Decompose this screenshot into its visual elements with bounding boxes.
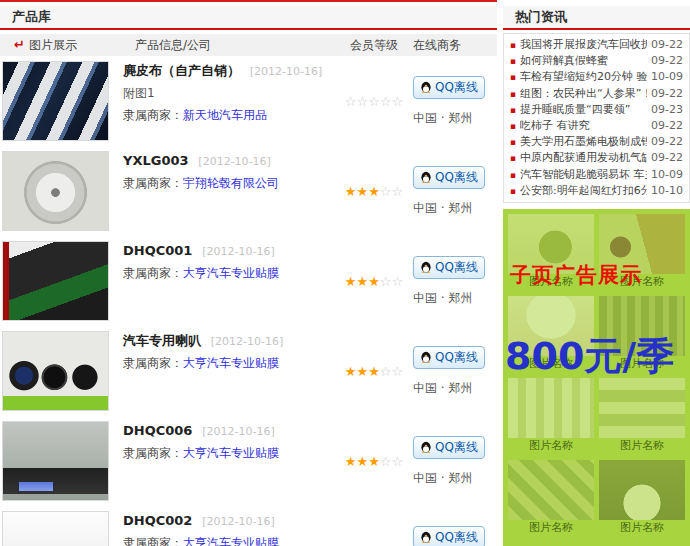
vendor-link[interactable]: 大亨汽车专业贴膜	[183, 536, 279, 546]
bullet-icon: ▪	[510, 167, 516, 183]
qq-status-label: QQ离线	[435, 259, 478, 276]
product-thumbnail[interactable]	[2, 241, 109, 321]
star-filled-icon: ★	[345, 364, 357, 379]
product-thumbnail[interactable]	[2, 331, 109, 411]
vendor-link[interactable]: 新天地汽车用品	[183, 108, 267, 122]
ad-slot[interactable]: 图片名称	[508, 460, 594, 535]
news-item[interactable]: ▪ 车检有望缩短约20分钟 验车将 10-09	[510, 69, 683, 85]
vendor-label: 隶属商家：	[123, 108, 183, 122]
ad-overlay-label: 子页广告展示	[510, 261, 642, 289]
product-location: 中国 · 郑州	[413, 380, 472, 397]
product-vendor-line: 隶属商家：大亨汽车专业贴膜	[123, 355, 335, 372]
qq-status-button[interactable]: QQ离线	[413, 436, 485, 459]
member-rating-stars: ★★★☆☆	[335, 511, 413, 546]
news-item[interactable]: ▪ 如何辩解真假蜂蜜 09-22	[510, 53, 683, 69]
ad-panel: 子页广告展示 800元/季 图片名称 图片名称	[503, 209, 690, 546]
vendor-link[interactable]: 宇翔轮毂有限公司	[183, 176, 279, 190]
product-attachment-link[interactable]: 附图1	[123, 85, 335, 102]
member-rating-stars: ★★★☆☆	[335, 421, 413, 501]
vendor-label: 隶属商家：	[123, 266, 183, 280]
ad-slot[interactable]: 图片名称	[599, 460, 685, 535]
product-thumbnail[interactable]	[2, 151, 109, 231]
star-filled-icon: ★	[368, 184, 380, 199]
product-info: DHQC002 [2012-10-16] 隶属商家：大亨汽车专业贴膜	[109, 511, 335, 546]
news-item-date: 09-22	[651, 118, 683, 134]
member-rating-stars: ★★★☆☆	[335, 241, 413, 321]
star-empty-icon: ☆	[391, 454, 403, 469]
qq-status-button[interactable]: QQ离线	[413, 166, 485, 189]
product-location: 中国 · 郑州	[413, 200, 472, 217]
product-list: 麂皮布（自产自销） [2012-10-16] 附图1 隶属商家：新天地汽车用品 …	[0, 56, 497, 546]
ad-image[interactable]	[599, 460, 685, 520]
product-location: 中国 · 郑州	[413, 470, 472, 487]
bullet-icon: ▪	[510, 183, 516, 199]
news-item-title: 如何辩解真假蜂蜜	[520, 53, 647, 69]
qq-penguin-icon	[420, 531, 432, 543]
vendor-link[interactable]: 大亨汽车专业贴膜	[183, 356, 279, 370]
news-item[interactable]: ▪ 我国将开展报废汽车回收拆解 09-22	[510, 37, 683, 53]
news-item[interactable]: ▪ 组图：农民种出“人参果”！ 09-22	[510, 86, 683, 102]
column-online-business: 在线商务	[413, 37, 497, 54]
vendor-label: 隶属商家：	[123, 446, 183, 460]
bullet-icon: ▪	[510, 150, 516, 166]
news-item-date: 10-10	[651, 183, 683, 199]
news-item[interactable]: ▪ 公安部:明年起闯红灯扣6分 挡 10-10	[510, 183, 683, 199]
news-item-title: 汽车智能钥匙脆弱易坏 车主需	[520, 167, 647, 183]
product-thumbnail[interactable]	[2, 421, 109, 501]
column-product-info: 产品信息/公司	[135, 37, 335, 54]
qq-status-label: QQ离线	[435, 529, 478, 546]
vendor-label: 隶属商家：	[123, 176, 183, 190]
product-vendor-line: 隶属商家：大亨汽车专业贴膜	[123, 445, 335, 462]
ad-image-caption: 图片名称	[508, 521, 594, 535]
ad-image[interactable]	[508, 460, 594, 520]
qq-status-button[interactable]: QQ离线	[413, 526, 485, 546]
news-item-title: 提升睡眠质量“四要领”	[520, 102, 647, 118]
online-business-cell: QQ离线 中国 · 郑州	[413, 61, 497, 141]
star-filled-icon: ★	[368, 364, 380, 379]
star-filled-icon: ★	[345, 454, 357, 469]
hot-news-header: 热门资讯	[503, 6, 690, 30]
news-item[interactable]: ▪ 美大学用石墨烯电极制成锂电 09-22	[510, 134, 683, 150]
ad-slot[interactable]: 图片名称	[599, 378, 685, 453]
ad-price-label: 800元/季	[505, 331, 674, 382]
vendor-link[interactable]: 大亨汽车专业贴膜	[183, 266, 279, 280]
bullet-icon: ▪	[510, 102, 516, 118]
ad-image[interactable]	[599, 378, 685, 438]
bullet-icon: ▪	[510, 53, 516, 69]
qq-status-button[interactable]: QQ离线	[413, 256, 485, 279]
product-date: [2012-10-16]	[202, 245, 275, 258]
product-info: YXLG003 [2012-10-16] 隶属商家：宇翔轮毂有限公司	[109, 151, 335, 231]
product-row: DHQC001 [2012-10-16] 隶属商家：大亨汽车专业贴膜 ★★★☆☆	[0, 236, 497, 326]
online-business-cell: QQ离线 中国 · 郑州	[413, 331, 497, 411]
product-vendor-line: 隶属商家：宇翔轮毂有限公司	[123, 175, 335, 192]
online-business-cell: QQ离线 中国 · 郑州	[413, 511, 497, 546]
product-title: 麂皮布（自产自销）	[123, 63, 240, 78]
product-info: 汽车专用喇叭 [2012-10-16] 隶属商家：大亨汽车专业贴膜	[109, 331, 335, 411]
product-title: DHQC002	[123, 513, 192, 528]
news-item[interactable]: ▪ 吃柿子 有讲究 09-22	[510, 118, 683, 134]
news-item[interactable]: ▪ 汽车智能钥匙脆弱易坏 车主需 10-09	[510, 167, 683, 183]
hot-news-title: 热门资讯	[515, 9, 567, 24]
product-row: DHQC002 [2012-10-16] 隶属商家：大亨汽车专业贴膜 ★★★☆☆	[0, 506, 497, 546]
news-item-date: 09-22	[651, 134, 683, 150]
star-filled-icon: ★	[368, 454, 380, 469]
qq-status-label: QQ离线	[435, 169, 478, 186]
news-item[interactable]: ▪ 提升睡眠质量“四要领” 09-23	[510, 102, 683, 118]
product-date: [2012-10-16]	[202, 425, 275, 438]
product-title: YXLG003	[123, 153, 189, 168]
ad-image[interactable]	[508, 378, 594, 438]
ad-slot[interactable]: 图片名称	[508, 378, 594, 453]
product-thumbnail[interactable]	[2, 511, 109, 546]
product-thumbnail[interactable]	[2, 61, 109, 141]
star-empty-icon: ☆	[380, 454, 392, 469]
qq-status-button[interactable]: QQ离线	[413, 346, 485, 369]
bullet-icon: ▪	[510, 134, 516, 150]
red-arrow-icon: ↵	[14, 39, 25, 51]
news-item[interactable]: ▪ 中原内配获通用发动机气缸套 09-22	[510, 150, 683, 166]
star-filled-icon: ★	[345, 274, 357, 289]
news-item-date: 09-22	[651, 37, 683, 53]
qq-status-label: QQ离线	[435, 79, 478, 96]
vendor-link[interactable]: 大亨汽车专业贴膜	[183, 446, 279, 460]
product-title: DHQC001	[123, 243, 192, 258]
qq-status-button[interactable]: QQ离线	[413, 76, 485, 99]
